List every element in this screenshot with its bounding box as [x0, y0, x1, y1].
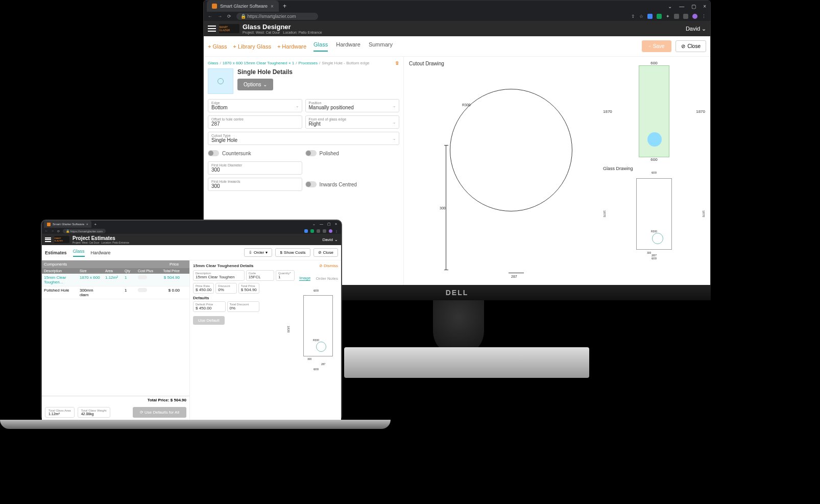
chevron-down-icon: ⌄ [393, 104, 396, 108]
table-row[interactable]: 15mm Clear Toughen... 1870 x 600 1.12m² … [42, 274, 189, 286]
url-field[interactable]: 🔒 https://smartglazier.com [236, 13, 318, 20]
url-text: https://smartglazier.com [248, 14, 296, 19]
new-tab-button[interactable]: + [94, 222, 97, 227]
code-field[interactable]: Code 15FCL [246, 270, 274, 281]
diameter-field[interactable]: First Hole Diameter 300 [208, 161, 302, 175]
maximize-icon[interactable]: ▢ [327, 222, 331, 226]
add-library-glass-button[interactable]: + Library Glass [233, 43, 271, 50]
components-header: Components [42, 260, 159, 268]
user-menu[interactable]: David ⌄ [686, 26, 706, 32]
page-title: Glass Designer [243, 23, 322, 31]
crumb-item[interactable]: 1870 x 600 15mm Clear Toughened × 1 [223, 61, 295, 65]
tab-hardware[interactable]: Hardware [336, 41, 360, 52]
polished-toggle[interactable] [305, 150, 317, 156]
from-end-field[interactable]: From end of glass edge Right ⌄ [305, 115, 400, 129]
maximize-icon[interactable]: ▢ [691, 4, 696, 9]
extensions-icon[interactable]: ✦ [666, 14, 670, 19]
chevron-down-icon[interactable]: ⌄ [312, 222, 316, 226]
tab-glass[interactable]: Glass [313, 41, 328, 52]
close-window-icon[interactable]: × [703, 4, 706, 9]
image-column: 600 1820 R300 1870 300 287 600 [262, 283, 338, 372]
tab-estimates[interactable]: Estimates [45, 250, 67, 255]
extension-3-icon[interactable] [317, 229, 320, 233]
send-tab-icon[interactable]: ⇪ [631, 14, 635, 19]
minimize-icon[interactable]: — [679, 4, 684, 9]
minimize-icon[interactable]: — [320, 222, 323, 226]
caret-down-icon: ▾ [266, 250, 268, 255]
close-button[interactable]: ⊘ Close [676, 40, 706, 52]
glass-drawing: R300 300 [636, 178, 672, 250]
total-price-field: Total Price$ 504.90 [238, 283, 259, 294]
use-defaults-all-button[interactable]: ⟳ Use Defaults for All [133, 407, 186, 418]
browser-tab[interactable]: Smart Glazier Software × [207, 1, 279, 12]
inwards-centred-toggle[interactable] [305, 181, 317, 187]
url-field[interactable]: 🔒 https://smartglazier.com [63, 229, 106, 233]
price-rate-field[interactable]: Price Rate$ 450.00 [193, 283, 214, 294]
description-field[interactable]: Description 15mm Clear Toughen [193, 270, 245, 281]
tab-summary[interactable]: Summary [369, 41, 393, 52]
position-field[interactable]: Position Manually positioned ⌄ [305, 99, 400, 112]
crumb-processes[interactable]: Processes [299, 61, 318, 65]
nav-back-icon[interactable]: ← [208, 14, 212, 19]
chevron-down-icon[interactable]: ⌄ [668, 4, 672, 9]
app-header: SMART GLAZIER Glass Designer Project: We… [204, 21, 710, 36]
tab-glass[interactable]: Glass [73, 249, 85, 257]
tab-image[interactable]: Image [299, 276, 310, 281]
kebab-menu-icon[interactable]: ⋮ [335, 229, 338, 233]
crumb-glass[interactable]: Glass [208, 61, 218, 65]
glass-drawing-title: Glass Drawing [603, 166, 705, 171]
close-tab-icon[interactable]: × [271, 4, 274, 9]
cost-plus-toggle[interactable] [138, 275, 147, 279]
gd-bot-600: 600 [603, 257, 705, 260]
reload-icon[interactable]: ⟳ [227, 14, 231, 19]
extension-2-icon[interactable] [310, 229, 314, 233]
quantity-field[interactable]: Quantity* 1 [276, 270, 295, 281]
extension-1-icon[interactable] [304, 229, 308, 233]
profile-avatar-icon[interactable] [692, 14, 697, 19]
extension-4-icon[interactable] [683, 14, 688, 19]
polished-label: Polished [320, 151, 339, 156]
browser-tab[interactable]: Smart Glazier Software × [44, 221, 91, 228]
tab-order-notes[interactable]: Order Notes [316, 276, 338, 281]
extension-3-icon[interactable] [674, 14, 679, 19]
trash-icon[interactable]: 🗑 [395, 61, 399, 65]
new-tab-button[interactable]: + [283, 3, 286, 10]
extension-2-icon[interactable] [657, 14, 662, 19]
reload-icon[interactable]: ⟳ [57, 229, 60, 233]
add-actions: + Glass + Library Glass + Hardware [208, 43, 306, 50]
edge-field[interactable]: Edge Bottom ⌄ [208, 99, 302, 112]
kebab-menu-icon[interactable]: ⋮ [702, 14, 706, 19]
countersunk-toggle[interactable] [208, 150, 219, 156]
close-tab-icon[interactable]: × [86, 223, 88, 226]
use-default-button[interactable]: Use Default [193, 316, 225, 325]
cutout-type-field[interactable]: Cutout Type Single Hole ⌄ [208, 132, 399, 145]
discount-field[interactable]: Discount0% [215, 283, 236, 294]
close-window-icon[interactable]: × [335, 222, 337, 226]
nav-forward-icon[interactable]: → [51, 229, 54, 232]
cost-plus-toggle[interactable] [138, 288, 147, 292]
nav-forward-icon[interactable]: → [218, 14, 222, 19]
table-row[interactable]: Polished Hole 300mm diam 1 $ 0.00 [42, 286, 189, 299]
add-glass-button[interactable]: + Glass [208, 43, 227, 50]
nav-back-icon[interactable]: ← [45, 229, 48, 232]
profile-avatar-icon[interactable] [329, 229, 332, 233]
offset-field[interactable]: Offset to hole centre 287 [208, 115, 302, 129]
main-tabs: Glass Hardware Summary [313, 41, 393, 52]
app-content: Estimates Glass Hardware ⇩Order▾ $Show C… [42, 245, 341, 421]
hamburger-menu-icon[interactable] [45, 237, 51, 242]
inwards-field[interactable]: First Hole Inwards 300 [208, 178, 302, 191]
tab-hardware[interactable]: Hardware [91, 250, 111, 255]
save-button[interactable]: ▫ Save [642, 40, 671, 52]
extension-4-icon[interactable] [323, 229, 326, 233]
options-button[interactable]: Options ⌄ [237, 79, 273, 90]
user-menu[interactable]: David ⌄ [323, 237, 338, 242]
extension-1-icon[interactable] [647, 14, 653, 19]
order-button[interactable]: ⇩Order▾ [244, 248, 272, 257]
bookmark-icon[interactable]: ☆ [639, 14, 643, 19]
dim-300: 300 [307, 357, 311, 361]
close-button[interactable]: ⊘Close [313, 248, 338, 257]
show-costs-button[interactable]: $Show Costs [275, 248, 310, 257]
add-hardware-button[interactable]: + Hardware [277, 43, 306, 50]
hamburger-menu-icon[interactable] [208, 26, 216, 32]
dismiss-button[interactable]: ⊘ Dismiss [319, 263, 338, 268]
